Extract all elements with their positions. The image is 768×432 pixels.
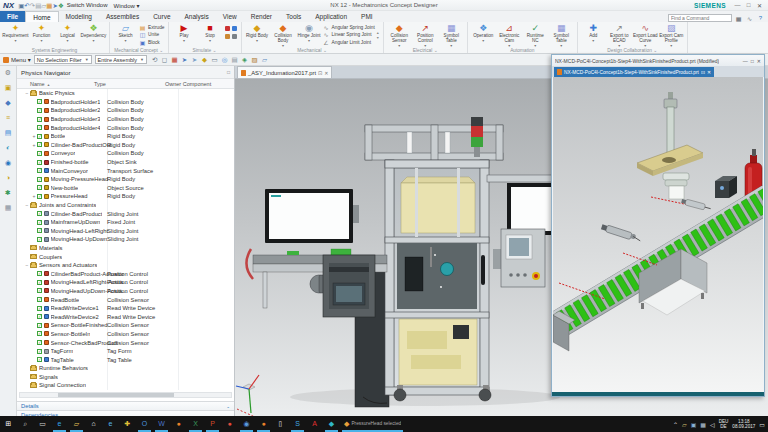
scroll-down-icon[interactable]: ▾ (377, 35, 379, 40)
minimize-button[interactable]: — (743, 58, 748, 64)
column-name[interactable]: Name▲ (17, 81, 94, 87)
store-icon[interactable]: ⌂ (85, 416, 102, 432)
tree-row-badproductholder2[interactable]: ✓BadproductHolder2Collision Body (17, 106, 234, 115)
tray-volume-icon[interactable]: ◁ (710, 421, 715, 428)
fit-view-icon[interactable]: ⟲ (150, 56, 159, 64)
button-function[interactable]: ✦Function▾ (29, 23, 54, 46)
button-hinge-joint[interactable]: ◉Hinge Joint▾ (297, 23, 322, 46)
window-resize-edge[interactable] (552, 392, 764, 396)
pointer-tool-icon[interactable]: ✚ (119, 416, 136, 432)
checkbox-checked-icon[interactable]: ✓ (37, 168, 42, 173)
floating-window-titlebar[interactable]: NX-MCD-PoC4l-Concept1b-Step4-WithSinkFin… (552, 55, 764, 66)
clock[interactable]: 13:1808.09.2017 (732, 419, 755, 430)
work-plane-icon[interactable]: ▱ (260, 56, 269, 64)
tree-row-joints-and-constraints[interactable]: −Joints and Constraints (17, 201, 234, 210)
button-angular-limit-joint[interactable]: ∠Angular Limit Joint (323, 39, 375, 46)
restore-button[interactable]: □ (743, 2, 754, 8)
simulate-mini-icon[interactable] (225, 26, 230, 31)
touch-mode-icon[interactable]: ∿ (745, 15, 754, 22)
tab-file[interactable]: File (0, 11, 25, 22)
simulate-mini-icon[interactable] (225, 34, 230, 39)
button-linear-spring-joint[interactable]: ∿Linear Spring Joint (323, 31, 375, 38)
checkbox-checked-icon[interactable]: ✓ (37, 288, 42, 293)
checkbox-checked-icon[interactable]: ✓ (37, 357, 42, 362)
tab-assemblies[interactable]: Assemblies (99, 11, 146, 22)
checkbox-checked-icon[interactable]: ✓ (37, 271, 42, 276)
measure-icon[interactable]: ▤ (230, 56, 239, 64)
button-block[interactable]: ▣Block (139, 39, 165, 46)
chrome-icon[interactable]: ◉ (238, 416, 255, 432)
button-collision-sensor[interactable]: ◆Collision Sensor▾ (387, 23, 412, 46)
button-unite[interactable]: ◫Unite (139, 31, 165, 38)
tree-row-pressurehead[interactable]: +✓PressureHeadRigid Body (17, 192, 234, 201)
tree-row-badproductholder3[interactable]: ✓BadproductHolder3Collision Body (17, 115, 234, 124)
floating-graphics-area[interactable] (553, 77, 763, 392)
checkbox-checked-icon[interactable]: ✓ (37, 237, 42, 242)
snap-point-icon[interactable]: ◆ (200, 56, 209, 64)
close-tab-icon[interactable]: ✕ (324, 70, 328, 76)
menu-button[interactable]: Menu ▾ (3, 56, 31, 63)
selection-scope-dropdown[interactable]: Entire Assembly▼ (95, 55, 147, 64)
internet-explorer-icon[interactable]: e (102, 416, 119, 432)
tree-row-cilinder-badproduct[interactable]: ✓Cilinder-BadProductSliding Joint (17, 209, 234, 218)
button-position-control[interactable]: ↗Position Control▾ (413, 23, 438, 46)
button-symbol-table[interactable]: ▦Symbol Table▾ (439, 23, 464, 46)
process-studio-icon[interactable]: ✱ (5, 189, 11, 197)
checkbox-checked-icon[interactable]: ✓ (37, 99, 42, 104)
tree-row-sensor-checkbadproduct[interactable]: ✓Sensor-CheckBadProductCollision Sensor (17, 338, 234, 347)
checkbox-checked-icon[interactable]: ✓ (37, 108, 42, 113)
task-view-button[interactable]: ▭ (34, 416, 51, 432)
history-icon[interactable]: ◑ (6, 174, 10, 182)
web-browser-icon[interactable]: ◉ (5, 159, 11, 167)
tree-row-runtime-behaviors[interactable]: Runtime Behaviors (17, 364, 234, 373)
checkbox-checked-icon[interactable]: ✓ (37, 211, 42, 216)
switch-window-icon[interactable]: ❖ (58, 2, 64, 9)
action-center-icon[interactable]: ▭ (759, 421, 765, 428)
button-angular-spring-joint[interactable]: ∿Angular Spring Joint (323, 24, 375, 31)
tray-folder-icon[interactable]: ▱ (682, 421, 687, 428)
roles-icon[interactable]: ▦ (5, 204, 12, 212)
nx-app-icon[interactable]: ◆ (323, 416, 340, 432)
skype-icon[interactable]: S (289, 416, 306, 432)
close-button[interactable]: ✕ (757, 58, 761, 64)
outlook-icon[interactable]: O (136, 416, 153, 432)
button-operation[interactable]: ❖Operation▾ (471, 23, 496, 46)
switch-window-button[interactable]: Switch Window (67, 2, 108, 8)
move-object-icon[interactable]: ➤ (180, 56, 189, 64)
tree-row-sensors-and-actuators[interactable]: −Sensors and Actuators (17, 261, 234, 270)
checkbox-checked-icon[interactable]: ✓ (37, 349, 42, 354)
constraint-navigator-icon[interactable]: ◆ (5, 99, 10, 107)
close-button[interactable]: ✕ (754, 2, 765, 9)
checkbox-checked-icon[interactable]: ✓ (37, 306, 42, 311)
checkbox-checked-icon[interactable]: ✓ (37, 340, 42, 345)
tray-display-icon[interactable]: ▣ (691, 421, 697, 428)
simulate-mini-icon[interactable] (232, 26, 237, 31)
checkbox-checked-icon[interactable]: ✓ (37, 297, 42, 302)
checkbox-checked-icon[interactable]: ✓ (37, 323, 42, 328)
tree-row-sensor-bottlefinished[interactable]: ✓Sensor-BottleFinishedCollision Sensor (17, 321, 234, 330)
tree-row-tagtable[interactable]: ✓TagTableTag Table (17, 355, 234, 364)
tab-render[interactable]: Render (244, 11, 279, 22)
unpin-icon[interactable]: □ (227, 69, 230, 75)
tree-row-conveyor[interactable]: ✓ConveyorCollision Body (17, 149, 234, 158)
tree-row-movinghead-updown[interactable]: ✓MovingHead-UpDownSliding Joint (17, 235, 234, 244)
opera-icon[interactable]: ● (221, 416, 238, 432)
tab-view[interactable]: View (216, 11, 244, 22)
column-owner-component[interactable]: Owner Component (165, 81, 234, 87)
button-requirement[interactable]: ✦Requirement▾ (3, 23, 28, 46)
firefox-icon[interactable]: ● (170, 416, 187, 432)
dock-icon[interactable]: ⊡ (318, 70, 322, 76)
reuse-library-icon[interactable]: ▤ (5, 129, 12, 137)
horizontal-scrollbar[interactable] (19, 392, 232, 398)
viewport-tab[interactable]: _ASY_Indumation2017.prt ⊡ ✕ (237, 66, 332, 78)
notepad-icon[interactable]: ▯ (272, 416, 289, 432)
edit-section-icon[interactable]: ▨ (250, 56, 259, 64)
checkbox-checked-icon[interactable]: ✓ (37, 280, 42, 285)
command-history-icon[interactable]: ▦ (734, 15, 743, 22)
orient-view-icon[interactable]: ◻ (160, 56, 169, 64)
tree-row-badproductholder4[interactable]: ✓BadproductHolder4Collision Body (17, 123, 234, 132)
tree-row-cilinder-badproductout[interactable]: +✓Cilinder-BadProductOutRigid Body (17, 141, 234, 150)
tree-row-readwritedevice1[interactable]: ✓ReadWriteDevice1Read Write Device (17, 304, 234, 313)
checkbox-checked-icon[interactable]: ✓ (37, 228, 42, 233)
close-tab-icon[interactable]: ✕ (707, 70, 711, 75)
